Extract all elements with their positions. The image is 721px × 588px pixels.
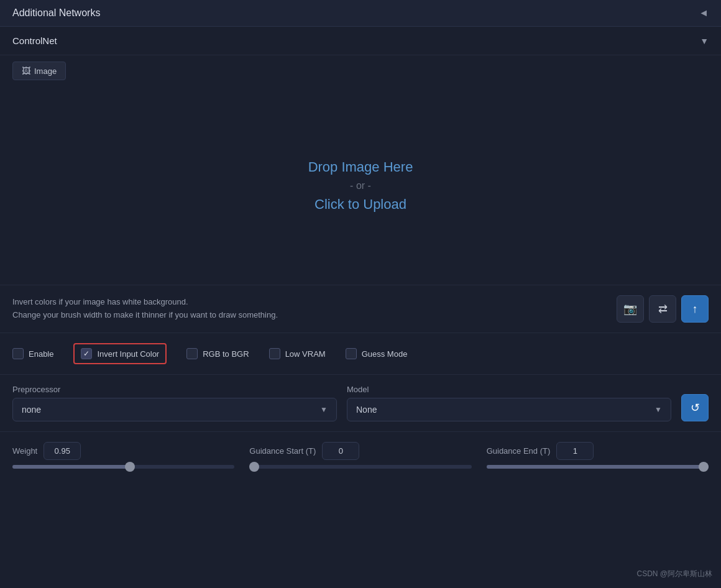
guidance-start-slider-track[interactable] bbox=[249, 465, 471, 469]
guess-mode-label: Guess Mode bbox=[362, 349, 408, 359]
swap-tool-button[interactable]: ⇄ bbox=[649, 295, 676, 323]
preprocessor-chevron-icon: ▼ bbox=[320, 405, 328, 414]
preprocessor-select[interactable]: none ▼ bbox=[12, 398, 337, 421]
cursor-tool-button[interactable]: ↑ bbox=[681, 295, 709, 323]
low-vram-checkbox[interactable] bbox=[269, 348, 280, 359]
model-label: Model bbox=[347, 385, 671, 394]
additional-networks-header: Additional Networks ◄ bbox=[0, 0, 721, 27]
low-vram-label: Low VRAM bbox=[285, 349, 326, 359]
image-tab-label: Image bbox=[34, 67, 57, 76]
preprocessor-label: Preprocessor bbox=[12, 385, 337, 394]
weight-slider-group: Weight 0.95 bbox=[12, 442, 234, 469]
upload-or-text: - or - bbox=[350, 180, 371, 191]
invert-input-color-checkbox[interactable]: ✓ bbox=[81, 348, 92, 359]
camera-icon: 📷 bbox=[623, 302, 637, 316]
weight-slider-top: Weight 0.95 bbox=[12, 442, 234, 460]
guess-mode-checkbox-item[interactable]: Guess Mode bbox=[346, 348, 408, 359]
header-title: Additional Networks bbox=[12, 7, 100, 19]
preprocessor-group: Preprocessor none ▼ bbox=[12, 385, 337, 421]
guidance-end-slider-fill bbox=[487, 465, 709, 469]
cursor-icon: ↑ bbox=[692, 303, 698, 316]
upload-area[interactable]: Drop Image Here - or - Click to Upload bbox=[0, 86, 721, 285]
dropdowns-row: Preprocessor none ▼ Model None ▼ ↺ bbox=[12, 385, 709, 421]
guidance-end-slider-group: Guidance End (T) 1 bbox=[487, 442, 709, 469]
enable-label: Enable bbox=[29, 349, 53, 359]
guidance-end-slider-track[interactable] bbox=[487, 465, 709, 469]
guidance-end-label: Guidance End (T) bbox=[487, 446, 551, 456]
model-refresh-button[interactable]: ↺ bbox=[681, 394, 709, 421]
guidance-start-slider-top: Guidance Start (T) 0 bbox=[249, 442, 471, 460]
guidance-end-slider-top: Guidance End (T) 1 bbox=[487, 442, 709, 460]
image-tab[interactable]: 🖼 Image bbox=[12, 62, 66, 80]
hint-text: Invert colors if your image has white ba… bbox=[12, 296, 278, 322]
enable-checkbox[interactable] bbox=[12, 348, 24, 359]
guidance-start-value[interactable]: 0 bbox=[322, 442, 359, 460]
image-tab-icon: 🖼 bbox=[22, 66, 30, 76]
weight-slider-track[interactable] bbox=[12, 465, 234, 469]
rgb-to-bgr-checkbox-item[interactable]: RGB to BGR bbox=[186, 348, 249, 359]
weight-label: Weight bbox=[12, 446, 37, 456]
guidance-start-label: Guidance Start (T) bbox=[249, 446, 316, 456]
checkboxes-row: Enable ✓ Invert Input Color RGB to BGR L… bbox=[0, 333, 721, 375]
rgb-to-bgr-checkbox[interactable] bbox=[186, 348, 198, 359]
controlnet-collapse-icon[interactable]: ▼ bbox=[700, 36, 709, 46]
sliders-section: Weight 0.95 Guidance Start (T) 0 Guidanc… bbox=[0, 432, 721, 481]
controlnet-section-header: ControlNet ▼ bbox=[0, 27, 721, 55]
dropdowns-section: Preprocessor none ▼ Model None ▼ ↺ bbox=[0, 375, 721, 432]
tool-buttons-group: 📷 ⇄ ↑ bbox=[617, 295, 709, 323]
model-value: None bbox=[356, 405, 377, 415]
invert-input-color-checkbox-item[interactable]: ✓ Invert Input Color bbox=[73, 343, 167, 364]
collapse-arrow-icon[interactable]: ◄ bbox=[699, 7, 709, 19]
enable-checkbox-item[interactable]: Enable bbox=[12, 348, 53, 359]
watermark: CSDN @阿尔卑斯山林 bbox=[636, 569, 712, 579]
weight-slider-fill bbox=[12, 465, 130, 469]
guidance-start-slider-thumb[interactable] bbox=[249, 462, 259, 472]
model-select[interactable]: None ▼ bbox=[347, 398, 671, 421]
refresh-icon: ↺ bbox=[691, 401, 700, 415]
weight-value[interactable]: 0.95 bbox=[44, 442, 81, 460]
invert-input-color-label: Invert Input Color bbox=[97, 349, 159, 359]
drop-image-text: Drop Image Here bbox=[308, 159, 413, 175]
guidance-end-slider-thumb[interactable] bbox=[699, 462, 709, 472]
rgb-to-bgr-label: RGB to BGR bbox=[203, 349, 249, 359]
hint-line2: Change your brush width to make it thinn… bbox=[12, 309, 278, 322]
model-group: Model None ▼ bbox=[347, 385, 671, 421]
hint-line1: Invert colors if your image has white ba… bbox=[12, 296, 278, 309]
low-vram-checkbox-item[interactable]: Low VRAM bbox=[269, 348, 326, 359]
checkmark-icon: ✓ bbox=[83, 349, 90, 358]
click-to-upload-text[interactable]: Click to Upload bbox=[315, 196, 406, 213]
guess-mode-checkbox[interactable] bbox=[346, 348, 357, 359]
guidance-end-value[interactable]: 1 bbox=[556, 442, 594, 460]
guidance-start-slider-group: Guidance Start (T) 0 bbox=[249, 442, 471, 469]
weight-slider-thumb[interactable] bbox=[125, 462, 135, 472]
sliders-row: Weight 0.95 Guidance Start (T) 0 Guidanc… bbox=[12, 442, 709, 469]
swap-icon: ⇄ bbox=[658, 302, 668, 316]
controlnet-title: ControlNet bbox=[12, 35, 57, 46]
camera-tool-button[interactable]: 📷 bbox=[617, 295, 644, 323]
image-tab-bar: 🖼 Image bbox=[0, 55, 721, 86]
hint-section: Invert colors if your image has white ba… bbox=[0, 285, 721, 333]
model-chevron-icon: ▼ bbox=[654, 405, 662, 414]
preprocessor-value: none bbox=[22, 405, 41, 415]
